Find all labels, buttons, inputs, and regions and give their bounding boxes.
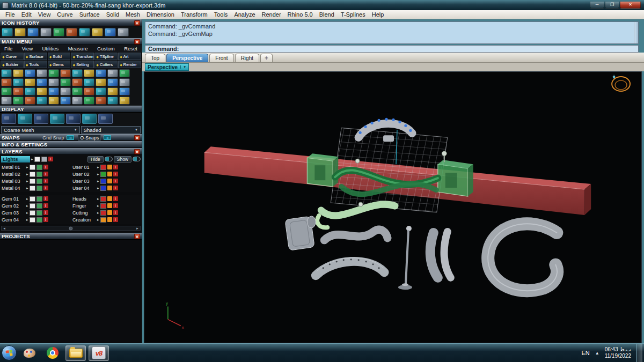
menu-tsplines[interactable]: T-Splines <box>338 11 369 18</box>
layer-material-swatch[interactable] <box>36 203 42 209</box>
layer-row[interactable]: Metal 04▸I <box>0 184 71 191</box>
toolbar-icon[interactable] <box>25 97 35 105</box>
menu-help[interactable]: Help <box>369 11 387 18</box>
layer-info-badge[interactable]: I <box>113 203 118 208</box>
layers-header[interactable]: LAYERS ✕ <box>0 148 142 155</box>
menu-tools[interactable]: Tools <box>211 11 231 18</box>
history-tool-icon[interactable] <box>79 28 90 36</box>
menu-view[interactable]: View <box>35 11 54 18</box>
layer-flag-badge[interactable] <box>107 165 112 169</box>
mm-custom[interactable]: Custom <box>97 46 115 51</box>
layer-color-swatch[interactable] <box>30 172 35 177</box>
layer-row[interactable]: Metal 02▸I <box>0 171 71 178</box>
expand-arrow-icon[interactable]: ▸ <box>26 165 28 169</box>
layer-material-swatch[interactable] <box>36 172 42 177</box>
layer-color-swatch[interactable] <box>100 210 106 216</box>
menu-rhino[interactable]: Rhino 5.0 <box>284 11 316 18</box>
layer-row[interactable]: Gem 02▸I <box>0 202 71 209</box>
expand-arrow-icon[interactable]: ▸ <box>97 197 99 201</box>
main-menu-close-icon[interactable]: ✕ <box>134 39 140 45</box>
display-mode-icon[interactable] <box>50 114 64 124</box>
mm-art[interactable]: ◆Art <box>118 53 141 60</box>
layer-color-swatch[interactable] <box>100 186 106 191</box>
layer-info-badge[interactable]: I <box>43 172 48 176</box>
menu-analyze[interactable]: Analyze <box>231 11 258 18</box>
show-desktop-button[interactable] <box>636 344 642 362</box>
display-mode-icon[interactable] <box>18 114 32 124</box>
toolbar-icon[interactable] <box>72 87 83 95</box>
new-viewport-tab[interactable]: ✛ <box>260 54 273 62</box>
toolbar-icon[interactable] <box>107 87 118 95</box>
toolbar-icon[interactable] <box>84 78 94 86</box>
toolbar-icon[interactable] <box>13 87 24 95</box>
taskbar-chrome[interactable] <box>42 345 63 361</box>
layer-info-badge[interactable]: I <box>43 186 48 190</box>
mm-setting[interactable]: ◆Setting <box>71 61 94 68</box>
history-tool-icon[interactable] <box>14 28 26 36</box>
menu-mesh[interactable]: Mesh <box>122 11 143 18</box>
grid-snap-toggle[interactable]: II <box>67 135 74 140</box>
toolbar-icon[interactable] <box>25 78 35 86</box>
mm-cutters[interactable]: ◆Cutters <box>94 61 118 68</box>
history-tool-icon[interactable] <box>66 28 77 36</box>
tray-chevron-icon[interactable]: ▲ <box>595 351 599 356</box>
projects-header[interactable]: PROJECTS ✕ <box>0 233 142 240</box>
toolbar-icon[interactable] <box>25 69 35 77</box>
expand-arrow-icon[interactable]: ▸ <box>97 211 99 215</box>
scrollbar-track[interactable] <box>7 226 135 230</box>
mm-view[interactable]: View <box>22 46 33 51</box>
toolbar-icon[interactable] <box>36 97 47 105</box>
mm-render[interactable]: ◆Render <box>118 61 141 68</box>
show-toggle[interactable] <box>133 157 141 161</box>
layer-color-swatch[interactable] <box>100 179 106 184</box>
layer-row[interactable]: Gem 03▸I <box>0 209 71 216</box>
layer-flag-badge[interactable] <box>107 179 112 183</box>
toolbar-icon[interactable] <box>1 97 12 105</box>
layer-color-swatch[interactable] <box>100 165 106 170</box>
toolbar-icon[interactable] <box>1 78 12 86</box>
layer-info-badge[interactable]: I <box>43 165 48 169</box>
menu-surface[interactable]: Surface <box>76 11 103 18</box>
mesh-mode-select[interactable]: Coarse Mesh ▼ <box>1 126 80 134</box>
layer-flag-badge[interactable] <box>107 217 112 222</box>
menu-curve[interactable]: Curve <box>54 11 76 18</box>
menu-file[interactable]: File <box>2 11 18 18</box>
layer-info-badge[interactable]: I <box>43 179 48 183</box>
expand-arrow-icon[interactable]: ▸ <box>97 204 99 208</box>
layer-info-badge[interactable]: I <box>113 217 118 222</box>
layer-lights[interactable]: Lights <box>1 156 30 162</box>
expand-arrow-icon[interactable]: ▸ <box>26 186 28 190</box>
viewport-3d[interactable]: x y <box>144 71 642 343</box>
layer-info-badge[interactable]: I <box>113 179 118 183</box>
taskbar-paint[interactable] <box>19 345 40 361</box>
layer-row[interactable]: User 01▸I <box>71 164 142 171</box>
snaps-header[interactable]: SNAPS Grid Snap II O-Snaps II ✕ <box>0 134 142 141</box>
command-history[interactable]: Command: _gvCommand Command: _gvGemMap <box>145 21 639 44</box>
toolbar-icon[interactable] <box>119 87 130 95</box>
layer-color-swatch[interactable] <box>100 203 106 209</box>
mm-tools[interactable]: ◆Tools <box>24 61 47 68</box>
menu-edit[interactable]: Edit <box>18 11 35 18</box>
toolbar-icon[interactable] <box>60 87 71 95</box>
toolbar-icon[interactable] <box>96 97 106 105</box>
toolbar-icon[interactable] <box>36 69 47 77</box>
history-tool-icon[interactable] <box>2 28 13 36</box>
layer-material-swatch[interactable] <box>36 217 42 223</box>
scroll-right-icon[interactable]: ► <box>135 227 140 230</box>
history-tool-icon[interactable] <box>53 28 64 36</box>
tab-right[interactable]: Right <box>235 54 259 62</box>
toolbar-icon[interactable] <box>48 87 59 95</box>
toolbar-icon[interactable] <box>60 97 71 105</box>
layer-info-badge[interactable]: I <box>43 217 48 222</box>
menu-solid[interactable]: Solid <box>103 11 122 18</box>
mm-builder[interactable]: ◆Builder <box>1 61 24 68</box>
icon-history-close-icon[interactable]: ✕ <box>134 20 140 26</box>
tab-perspective[interactable]: Perspective <box>166 54 208 62</box>
display-mode-icon[interactable] <box>82 114 97 124</box>
layer-row[interactable]: Creation▸I <box>71 216 142 223</box>
snaps-close-icon[interactable]: ✕ <box>134 135 140 141</box>
layer-material-swatch[interactable] <box>36 186 42 191</box>
layer-row[interactable]: Metal 01▸I <box>0 164 71 171</box>
layer-color-swatch[interactable] <box>34 157 40 162</box>
viewport-title-menu[interactable]: Perspective ▼ <box>145 63 189 71</box>
